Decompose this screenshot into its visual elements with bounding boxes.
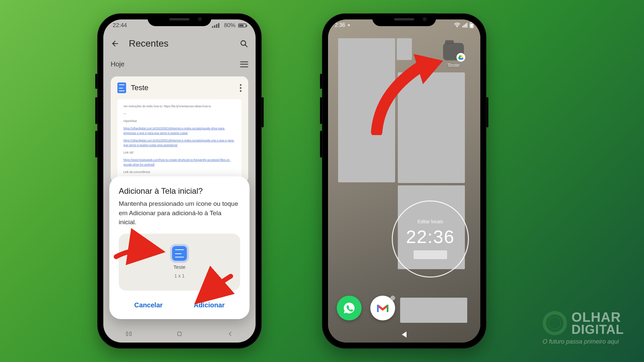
svg-point-5 bbox=[457, 26, 458, 27]
widget-edit-label: Editar locais bbox=[418, 219, 443, 224]
dialog-body: Mantenha pressionado um ícone ou toque e… bbox=[119, 199, 240, 227]
search-icon[interactable] bbox=[239, 39, 248, 48]
wifi-icon bbox=[454, 23, 460, 27]
svg-rect-3 bbox=[129, 332, 131, 336]
cancel-button[interactable]: Cancelar bbox=[129, 298, 167, 312]
nav-home-icon[interactable] bbox=[176, 330, 183, 338]
nav-recents-icon[interactable] bbox=[125, 330, 132, 338]
nav-back-icon[interactable] bbox=[402, 331, 407, 338]
page-title: Recentes bbox=[129, 38, 168, 49]
signal-icon bbox=[462, 23, 468, 27]
battery-icon bbox=[470, 22, 474, 28]
battery-icon bbox=[238, 23, 246, 27]
svg-rect-4 bbox=[177, 332, 181, 336]
watermark: OLHAR DIGITAL O futuro passa primeiro aq… bbox=[543, 311, 624, 345]
watermark-tagline: O futuro passa primeiro aqui bbox=[543, 338, 624, 345]
android-nav-bar bbox=[103, 325, 256, 343]
document-card[interactable]: Teste Ver instruções de estilo how-to: h… bbox=[111, 76, 248, 183]
watermark-line1: OLHAR bbox=[572, 311, 624, 323]
add-to-home-dialog: Adicionar à Tela inicial? Mantenha press… bbox=[109, 176, 250, 319]
notification-badge bbox=[390, 296, 395, 300]
svg-rect-2 bbox=[126, 332, 128, 336]
widget-placeholder bbox=[414, 250, 447, 259]
signal-icon bbox=[212, 23, 219, 28]
google-docs-icon bbox=[117, 82, 126, 93]
watermark-line2: DIGITAL bbox=[572, 323, 624, 336]
nav-back-icon[interactable] bbox=[226, 330, 234, 338]
shortcut-name: Teste bbox=[173, 264, 185, 270]
home-dock bbox=[337, 296, 395, 320]
view-list-icon[interactable] bbox=[240, 61, 248, 67]
document-preview: Ver instruções de estilo how-to: https:/… bbox=[117, 99, 241, 183]
google-drive-badge-icon bbox=[457, 53, 465, 62]
android-nav-bar bbox=[328, 326, 480, 343]
app-bar: Recentes bbox=[103, 32, 256, 56]
notification-dot-icon bbox=[348, 24, 350, 26]
more-icon[interactable] bbox=[240, 84, 241, 92]
document-name: Teste bbox=[131, 83, 149, 92]
svg-rect-8 bbox=[471, 24, 473, 27]
widget-time: 22:36 bbox=[406, 226, 454, 247]
svg-rect-7 bbox=[471, 22, 472, 23]
status-battery: 80% bbox=[224, 22, 235, 29]
shortcut-docs-icon bbox=[172, 246, 187, 261]
status-time: 22:44 bbox=[113, 22, 127, 29]
phone-left: 22:44 80% Recentes bbox=[97, 13, 262, 349]
dialog-title: Adicionar à Tela inicial? bbox=[119, 186, 240, 196]
app-whatsapp[interactable] bbox=[337, 296, 362, 320]
phone-right: 2:36 Teste bbox=[322, 13, 486, 349]
watermark-logo-icon bbox=[543, 311, 567, 335]
back-icon[interactable] bbox=[111, 39, 119, 48]
shortcut-preview[interactable]: Teste 1 x 1 bbox=[119, 234, 240, 291]
section-header: Hoje bbox=[103, 60, 256, 68]
section-label: Hoje bbox=[111, 60, 124, 68]
app-gmail[interactable] bbox=[370, 296, 395, 320]
clock-widget[interactable]: Editar locais 22:36 bbox=[392, 200, 469, 278]
annotation-arrow-to-shortcut bbox=[363, 48, 450, 135]
add-button[interactable]: Adicionar bbox=[189, 298, 229, 312]
svg-line-1 bbox=[245, 45, 247, 47]
status-time: 2:36 bbox=[335, 22, 345, 28]
redaction-block bbox=[400, 298, 467, 323]
shortcut-size: 1 x 1 bbox=[174, 273, 184, 279]
